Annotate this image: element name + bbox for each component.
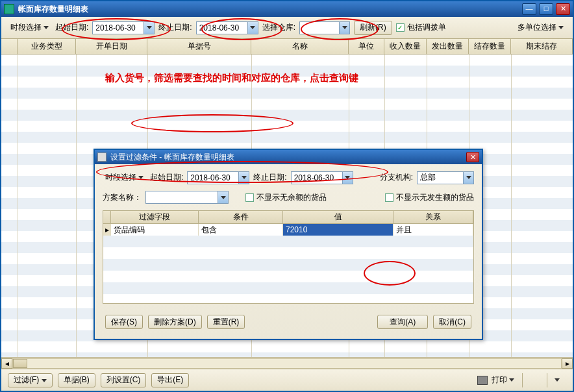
checkbox-icon: ✓	[396, 23, 405, 32]
print-button[interactable]: 打印	[475, 373, 517, 387]
col-end-balance[interactable]: 期末结存	[511, 39, 573, 54]
caret-icon	[138, 176, 144, 179]
filter-value-cell[interactable]: 72010	[283, 224, 393, 236]
end-date-input[interactable]	[197, 22, 247, 34]
filter-button[interactable]: 过滤(F)	[8, 373, 53, 387]
filter-op-cell[interactable]: 包含	[199, 224, 283, 236]
minimize-button[interactable]: —	[522, 3, 536, 15]
caret-icon	[44, 26, 49, 29]
warehouse-input[interactable]	[300, 22, 339, 34]
caret-icon	[558, 26, 564, 29]
dlg-branch-label: 分支机构:	[380, 172, 413, 183]
period-select[interactable]: 时段选择	[8, 21, 51, 34]
fcol-op[interactable]: 条件	[199, 211, 283, 223]
horizontal-scrollbar[interactable]: ◂ ▸	[1, 357, 573, 369]
filter-field-cell[interactable]: 货品编码	[111, 224, 199, 236]
row-marker: ▸	[103, 224, 111, 236]
data-grid: 业务类型 开单日期 单据号 名称 单位 收入数量 发出数量 结存数量 期末结存 …	[1, 39, 573, 369]
start-date-label: 起始日期:	[55, 22, 88, 33]
start-date-dropdown-icon[interactable]	[144, 22, 154, 34]
column-settings-button[interactable]: 列设置(C)	[101, 373, 147, 387]
grid-gutter	[1, 39, 18, 54]
export-button[interactable]: 导出(E)	[151, 373, 189, 387]
col-unit[interactable]: 单位	[349, 39, 384, 54]
app-icon	[4, 4, 14, 14]
grid-body[interactable]: 输入货号，筛选需要查找的时间和对应的仓库，点击查询键 设置过滤条件 - 帐面库存…	[1, 55, 573, 357]
dialog-title: 设置过滤条件 - 帐面库存数量明细表	[110, 152, 466, 163]
multi-unit-select[interactable]: 多单位选择	[515, 21, 566, 34]
multi-unit-label: 多单位选择	[518, 22, 556, 33]
dlg-end-date-label: 终止日期:	[253, 172, 286, 183]
reset-button[interactable]: 重置(R)	[207, 315, 245, 329]
bottom-toolbar: 过滤(F) 单据(B) 列设置(C) 导出(E) 打印	[1, 369, 573, 391]
end-date-dropdown-icon[interactable]	[247, 22, 258, 34]
grid-header: 业务类型 开单日期 单据号 名称 单位 收入数量 发出数量 结存数量 期末结存	[1, 39, 573, 55]
dlg-end-date-input[interactable]	[292, 172, 342, 184]
cancel-button[interactable]: 取消(C)	[433, 315, 471, 329]
caret-icon	[509, 378, 514, 382]
printer-icon	[477, 376, 488, 385]
filter-rel-cell[interactable]: 并且	[393, 224, 473, 236]
col-in-qty[interactable]: 收入数量	[384, 39, 427, 54]
col-bill-date[interactable]: 开单日期	[76, 39, 147, 54]
delete-scheme-button[interactable]: 删除方案(D)	[148, 315, 202, 329]
dialog-icon	[97, 153, 106, 162]
include-transfer-checkbox[interactable]: ✓ 包括调拨单	[396, 22, 446, 33]
main-toolbar: 时段选择 起始日期: 终止日期: 选择仓库: 刷新(R) ✓ 包括调拨单 多单位…	[1, 17, 573, 39]
start-date-combo[interactable]	[92, 21, 155, 34]
fcol-value[interactable]: 值	[283, 211, 393, 223]
save-button[interactable]: 保存(S)	[105, 315, 143, 329]
col-balance-qty[interactable]: 结存数量	[469, 39, 511, 54]
refresh-button[interactable]: 刷新(R)	[354, 21, 392, 35]
end-date-combo[interactable]	[196, 21, 258, 34]
doc-button[interactable]: 单据(B)	[58, 373, 95, 387]
hide-no-transaction-checkbox[interactable]: 不显示无发生额的货品	[385, 192, 474, 203]
filter-grid[interactable]: 过滤字段 条件 值 关系 ▸ 货品编码 包含 72010 并且	[103, 210, 474, 304]
scrollbar-thumb[interactable]	[13, 359, 27, 368]
close-button[interactable]: ✕	[556, 3, 570, 15]
include-transfer-label: 包括调拨单	[407, 22, 446, 33]
warehouse-label: 选择仓库:	[262, 22, 295, 33]
start-date-input[interactable]	[93, 22, 144, 34]
end-date-label: 终止日期:	[158, 22, 192, 33]
warehouse-combo[interactable]	[299, 21, 350, 34]
col-biz-type[interactable]: 业务类型	[18, 39, 76, 54]
dlg-end-date-combo[interactable]	[291, 171, 353, 184]
fcol-rel[interactable]: 关系	[393, 211, 473, 223]
dlg-start-date-label: 起始日期:	[150, 172, 183, 183]
dialog-close-button[interactable]: ✕	[466, 152, 479, 162]
dlg-start-date-combo[interactable]	[187, 171, 249, 184]
query-button[interactable]: 查询(A)	[377, 315, 428, 329]
scroll-left-icon[interactable]: ◂	[1, 358, 12, 369]
dlg-branch-combo[interactable]	[417, 171, 474, 184]
dlg-branch-input[interactable]	[418, 172, 463, 184]
annotation-text: 输入货号，筛选需要查找的时间和对应的仓库，点击查询键	[105, 72, 358, 84]
dlg-scheme-combo[interactable]	[145, 191, 229, 204]
maximize-button[interactable]: □	[539, 3, 553, 15]
col-out-qty[interactable]: 发出数量	[427, 39, 469, 54]
window-title: 帐面库存数量明细表	[18, 4, 522, 15]
dlg-start-date-input[interactable]	[188, 172, 238, 184]
filter-row[interactable]: ▸ 货品编码 包含 72010 并且	[103, 224, 473, 236]
fcol-field[interactable]: 过滤字段	[111, 211, 199, 223]
dlg-scheme-label: 方案名称：	[103, 192, 142, 203]
col-doc-no[interactable]: 单据号	[147, 39, 251, 54]
warehouse-dropdown-icon[interactable]	[339, 22, 349, 34]
dlg-period-select[interactable]: 时段选择	[103, 171, 146, 184]
hide-zero-balance-checkbox[interactable]: 不显示无余额的货品	[245, 192, 327, 203]
scroll-right-icon[interactable]: ▸	[562, 358, 573, 369]
dlg-scheme-input[interactable]	[146, 191, 218, 203]
filter-dialog: 设置过滤条件 - 帐面库存数量明细表 ✕ 时段选择 起始日期:	[94, 149, 483, 340]
col-name[interactable]: 名称	[251, 39, 349, 54]
period-label: 时段选择	[10, 22, 42, 33]
